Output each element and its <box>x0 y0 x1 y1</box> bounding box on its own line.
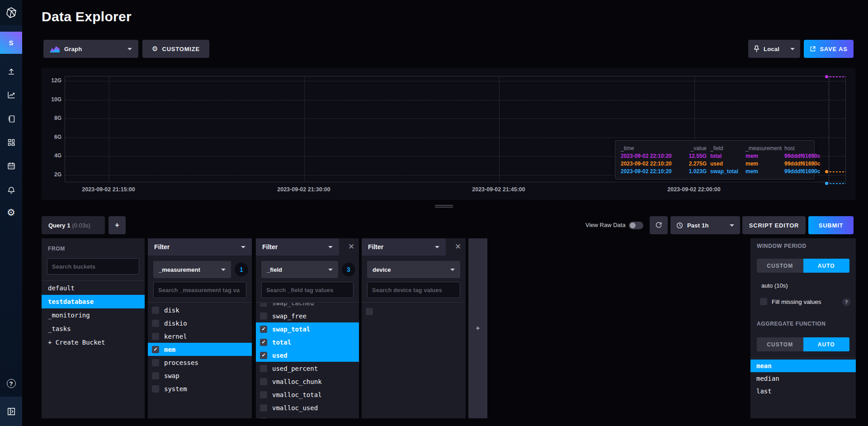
submit-button[interactable]: SUBMIT <box>808 216 854 234</box>
fill-missing-row[interactable]: Fill missing values <box>756 298 821 305</box>
checkbox[interactable] <box>152 385 159 393</box>
avatar[interactable]: S <box>0 32 22 54</box>
refresh-button[interactable] <box>650 216 668 234</box>
tag-value-row-selected[interactable]: mem <box>148 343 252 356</box>
filter-type-dropdown[interactable]: Filter <box>256 238 339 256</box>
checkbox[interactable] <box>152 372 159 379</box>
tag-value-row[interactable]: vmalloc_total <box>256 388 359 401</box>
settings-gear-icon[interactable]: ⚙ <box>0 206 22 219</box>
search-buckets-input[interactable] <box>47 258 139 275</box>
aggregate-function-selected[interactable]: mean <box>750 360 856 372</box>
tag-value-row-partial[interactable]: swap_cached <box>256 303 359 309</box>
create-bucket-item[interactable]: + Create Bucket <box>42 336 145 349</box>
resize-handle[interactable] <box>435 205 453 208</box>
export-icon <box>810 46 816 52</box>
filter-type-dropdown[interactable]: Filter <box>148 238 252 256</box>
checkbox[interactable] <box>152 359 159 366</box>
save-as-button[interactable]: SAVE AS <box>804 40 854 58</box>
tasks-calendar-icon[interactable] <box>0 159 22 173</box>
page-title: Data Explorer <box>42 9 132 24</box>
tag-value-row[interactable]: used_percent <box>256 362 359 375</box>
checkbox[interactable] <box>366 308 373 315</box>
upload-icon[interactable] <box>0 65 22 78</box>
script-editor-button[interactable]: SCRIPT EDITOR <box>742 216 806 234</box>
auto-button[interactable]: AUTO <box>803 259 850 273</box>
tag-value-list[interactable]: swap_cached swap_free swap_total total u… <box>256 303 359 418</box>
help-badge-icon[interactable]: ? <box>842 298 850 306</box>
checkbox[interactable] <box>260 378 267 385</box>
custom-button[interactable]: CUSTOM <box>757 337 803 351</box>
tag-key-dropdown[interactable]: _field <box>261 261 338 278</box>
checkbox-checked[interactable] <box>260 352 267 359</box>
checkbox[interactable] <box>260 404 267 412</box>
checkbox[interactable] <box>260 417 267 419</box>
checkbox[interactable] <box>760 298 767 305</box>
series-line-total <box>826 76 846 77</box>
add-query-button[interactable]: + <box>108 216 126 234</box>
search-device-input[interactable] <box>367 282 460 298</box>
close-filter-icon[interactable] <box>346 242 356 252</box>
aggregate-function[interactable]: last <box>750 385 856 398</box>
tag-value-row[interactable]: system <box>148 382 252 395</box>
notebooks-icon[interactable] <box>0 112 22 126</box>
avatar-letter: S <box>9 39 13 47</box>
filter-type-dropdown[interactable]: Filter <box>362 238 446 256</box>
search-measurement-input[interactable] <box>153 282 246 298</box>
influxdb-logo-icon[interactable] <box>0 0 22 25</box>
tooltip-row-swap-total: 2023-09-02 22:10:20 1.023G swap_total me… <box>621 168 809 175</box>
checkbox[interactable] <box>260 365 267 372</box>
explore-graph-icon[interactable] <box>0 88 22 102</box>
bucket-item[interactable]: default <box>42 281 145 295</box>
tag-value-row-selected[interactable]: total <box>256 336 359 349</box>
query-tab[interactable]: Query 1 (0.03s) <box>42 216 105 234</box>
chart-tooltip: _time _value _field _measurement host 20… <box>615 140 815 180</box>
tag-value-row[interactable]: vmalloc_used <box>256 401 359 414</box>
bucket-item-selected[interactable]: testdatabase <box>42 295 145 308</box>
gridline <box>65 81 845 81</box>
checkbox-checked[interactable] <box>260 326 267 333</box>
tag-value-row[interactable]: swap_free <box>256 309 359 322</box>
dashboards-icon[interactable] <box>0 136 22 149</box>
tooltip-cell: 2.275G <box>684 160 709 168</box>
aggregate-function[interactable]: median <box>750 372 856 385</box>
tag-value-row[interactable]: kernel <box>148 330 252 343</box>
checkbox[interactable] <box>152 307 159 314</box>
tag-value-row-selected[interactable]: swap_total <box>256 322 359 336</box>
local-dropdown[interactable]: Local <box>748 40 800 58</box>
tag-value-row[interactable]: vmalloc_chunk <box>256 375 359 388</box>
checkbox[interactable] <box>152 333 159 340</box>
help-icon[interactable]: ? <box>0 377 22 390</box>
close-filter-icon[interactable] <box>453 242 463 252</box>
tag-key-dropdown[interactable]: _measurement <box>153 261 231 278</box>
view-type-dropdown[interactable]: Graph <box>43 40 138 58</box>
add-filter-button[interactable]: + <box>468 238 487 418</box>
time-range-dropdown[interactable]: Past 1h <box>670 216 740 234</box>
customize-button[interactable]: ⚙ CUSTOMIZE <box>142 40 209 58</box>
view-raw-data-toggle[interactable] <box>629 222 643 229</box>
expand-nav-icon[interactable] <box>0 397 22 426</box>
checkbox-checked[interactable] <box>260 339 267 346</box>
tag-value-row-partial[interactable] <box>256 414 359 418</box>
custom-button[interactable]: CUSTOM <box>757 259 803 273</box>
search-field-input[interactable] <box>261 282 354 298</box>
checkbox-checked[interactable] <box>152 346 159 353</box>
checkbox[interactable] <box>260 303 267 307</box>
tag-value-row[interactable]: swap <box>148 369 252 382</box>
tooltip-cell: 2023-09-02 22:10:20 <box>621 152 683 160</box>
alerts-bell-icon[interactable] <box>0 183 22 196</box>
tag-value-row[interactable] <box>362 305 466 318</box>
tag-value-row[interactable]: diskio <box>148 317 252 330</box>
tag-value-row-selected[interactable]: used <box>256 349 359 362</box>
bucket-item[interactable]: _tasks <box>42 322 145 336</box>
checkbox[interactable] <box>260 312 267 320</box>
tooltip-header-row: _time _value _field _measurement host <box>621 145 809 152</box>
checkbox[interactable] <box>152 320 159 327</box>
tag-value-row[interactable]: processes <box>148 356 252 369</box>
tag-key-dropdown[interactable]: device <box>367 261 460 278</box>
checkbox[interactable] <box>260 391 267 398</box>
aggregate-mode-toggle: CUSTOM AUTO <box>757 337 849 351</box>
tooltip-header: host <box>784 145 822 152</box>
auto-button[interactable]: AUTO <box>803 337 850 351</box>
tag-value-row[interactable]: disk <box>148 303 252 317</box>
bucket-item[interactable]: _monitoring <box>42 308 145 322</box>
